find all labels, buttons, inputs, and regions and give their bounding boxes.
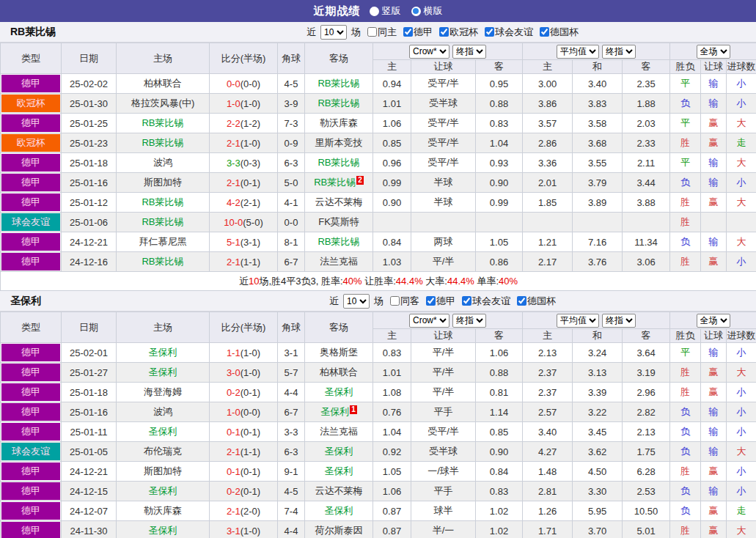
match-row: 德甲24-12-07勒沃库森2-1(2-0)7-4圣保利0.87球半1.021.… xyxy=(1,501,756,521)
crow-away-odds: 0.90 xyxy=(476,173,523,193)
match-date: 24-12-21 xyxy=(62,462,117,482)
layout-option-horizontal[interactable]: 横版 xyxy=(411,4,443,18)
match-date: 25-01-25 xyxy=(62,114,117,133)
league-filter-欧冠杯[interactable]: 欧冠杯 xyxy=(435,26,478,39)
sub-column-header: 胜负 xyxy=(670,329,701,343)
crow-home-odds: 0.94 xyxy=(373,74,411,94)
odds-group-header: 全场 xyxy=(670,43,756,60)
crow-handicap: 平/半 xyxy=(411,252,476,272)
league-checkbox[interactable] xyxy=(540,27,549,37)
crow-handicap: 平手 xyxy=(411,482,476,501)
away-team-name[interactable]: 圣保利 xyxy=(320,406,349,417)
same-venue-checkbox-label[interactable]: 同客 xyxy=(386,295,419,308)
corner-count: 4-4 xyxy=(278,521,305,538)
result-handicap: 输 xyxy=(701,74,727,94)
result-text: 胜 xyxy=(680,465,690,476)
away-team: 圣保利 xyxy=(305,462,373,482)
league-filter-德国杯[interactable]: 德国杯 xyxy=(513,295,556,308)
home-team-name[interactable]: 圣保利 xyxy=(149,525,177,536)
team-header-bar: 圣保利近10场同客德甲球会友谊德国杯 xyxy=(0,291,756,312)
league-type-cell: 德甲 xyxy=(1,363,62,383)
avg-odds-select[interactable]: 平均值 xyxy=(557,45,599,59)
league-filter-label: 球会友谊 xyxy=(472,295,510,308)
sub-column-header: 主 xyxy=(373,60,411,74)
result-text: 胜 xyxy=(680,386,690,397)
league-filter-球会友谊[interactable]: 球会友谊 xyxy=(458,295,510,308)
odds-provider-select[interactable]: Crow* xyxy=(409,45,449,59)
avg-stage-select[interactable]: 终指 xyxy=(602,45,636,59)
away-team-name[interactable]: RB莱比锡 xyxy=(318,78,359,89)
result-text: 负 xyxy=(680,485,690,496)
away-team-name[interactable]: RB莱比锡 xyxy=(318,157,359,168)
same-venue-checkbox[interactable] xyxy=(367,27,377,37)
result-outcome: 胜 xyxy=(670,521,701,538)
home-team-name[interactable]: 圣保利 xyxy=(149,347,177,358)
avg-stage-select[interactable]: 终指 xyxy=(602,314,636,328)
home-team-name[interactable]: 圣保利 xyxy=(149,426,177,437)
half-time-score: (0-0) xyxy=(241,407,260,418)
away-team-name[interactable]: RB莱比锡 xyxy=(314,177,356,188)
avg-away-odds: 11.34 xyxy=(623,232,670,252)
corner-count: 6-3 xyxy=(278,153,305,173)
crow-handicap: 两球 xyxy=(411,232,476,252)
league-checkbox[interactable] xyxy=(403,27,413,37)
crow-away-odds: 1.06 xyxy=(476,343,523,363)
result-goals: 小 xyxy=(727,343,756,363)
same-venue-checkbox[interactable] xyxy=(390,296,400,306)
home-team-name[interactable]: RB莱比锡 xyxy=(142,256,183,267)
home-team-name[interactable]: 圣保利 xyxy=(149,485,177,496)
league-filter-德甲[interactable]: 德甲 xyxy=(399,26,433,39)
result-handicap: 输 xyxy=(701,402,727,422)
home-team-name[interactable]: RB莱比锡 xyxy=(142,137,183,148)
home-team-name[interactable]: RB莱比锡 xyxy=(142,196,183,207)
away-team-name[interactable]: 圣保利 xyxy=(325,465,353,476)
league-type-cell: 德甲 xyxy=(1,232,62,252)
away-team-name[interactable]: RB莱比锡 xyxy=(318,236,359,247)
match-date: 25-01-05 xyxy=(62,442,117,462)
full-match-select[interactable]: 全场 xyxy=(697,314,730,328)
league-filter-德甲[interactable]: 德甲 xyxy=(422,295,455,308)
home-team-name[interactable]: RB莱比锡 xyxy=(142,117,183,128)
away-team-name[interactable]: RB莱比锡 xyxy=(318,97,359,108)
recent-count-select[interactable]: 10 xyxy=(320,25,347,40)
match-row: 欧冠杯25-01-30格拉茨风暴(中)1-0(1-0)3-9RB莱比锡1.01受… xyxy=(1,94,756,114)
league-checkbox[interactable] xyxy=(426,296,436,306)
league-filter-label: 德国杯 xyxy=(550,26,579,39)
team-header-bar: RB莱比锡近10场同主德甲欧冠杯球会友谊德国杯 xyxy=(0,22,756,43)
league-filter-球会友谊[interactable]: 球会友谊 xyxy=(480,26,533,39)
odds-stage-select[interactable]: 终指 xyxy=(452,45,486,59)
league-checkbox[interactable] xyxy=(485,27,494,37)
crow-away-odds: 0.88 xyxy=(476,363,523,383)
avg-odds-select[interactable]: 平均值 xyxy=(557,314,599,328)
avg-away-odds: 2.53 xyxy=(623,482,670,501)
corner-count: 6-7 xyxy=(278,402,305,422)
league-checkbox[interactable] xyxy=(517,296,526,306)
recent-count-select[interactable]: 10 xyxy=(343,294,370,309)
match-row: 德甲25-01-12RB莱比锡4-2(2-1)4-1云达不莱梅0.90半球0.9… xyxy=(1,193,756,213)
same-venue-checkbox-label[interactable]: 同主 xyxy=(363,26,397,39)
league-checkbox[interactable] xyxy=(439,27,449,37)
away-team-name[interactable]: 圣保利 xyxy=(325,446,353,457)
league-type-cell: 德甲 xyxy=(1,173,62,193)
odds-provider-select[interactable]: Crow* xyxy=(409,314,449,328)
radio-horizontal-icon[interactable] xyxy=(411,7,421,16)
sub-column-header: 客 xyxy=(476,329,523,343)
full-match-select[interactable]: 全场 xyxy=(697,45,730,59)
away-team-name[interactable]: 圣保利 xyxy=(325,386,353,397)
summary-part: 44.4% xyxy=(396,276,423,287)
home-team-name: 格拉茨风暴(中) xyxy=(131,97,195,108)
crow-away-odds: 1.02 xyxy=(476,501,523,521)
avg-draw-odds: 5.95 xyxy=(573,501,623,521)
layout-radio-group: 竖版 横版 xyxy=(370,4,443,18)
crow-handicap: 平手 xyxy=(411,402,476,422)
away-team-name[interactable]: 圣保利 xyxy=(325,505,353,516)
home-team-name[interactable]: 圣保利 xyxy=(149,366,177,377)
home-team-name[interactable]: RB莱比锡 xyxy=(142,216,183,227)
league-checkbox[interactable] xyxy=(462,296,471,306)
league-filter-德国杯[interactable]: 德国杯 xyxy=(535,26,579,39)
odds-stage-select[interactable]: 终指 xyxy=(452,314,486,328)
corner-count: 3-3 xyxy=(278,422,305,442)
radio-vertical-icon[interactable] xyxy=(370,7,379,16)
layout-option-vertical[interactable]: 竖版 xyxy=(370,4,401,18)
league-filter-label: 德甲 xyxy=(436,295,455,308)
